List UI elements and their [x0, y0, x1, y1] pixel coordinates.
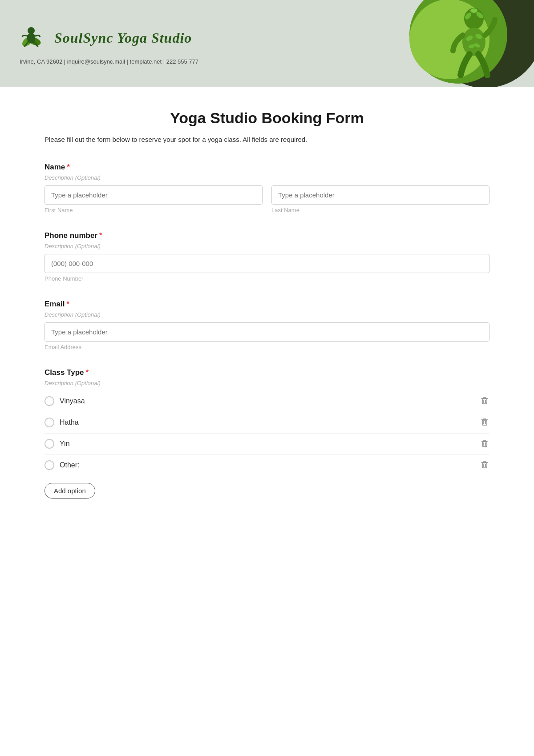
svg-rect-13: [482, 399, 487, 404]
first-name-input[interactable]: [44, 185, 263, 205]
radio-option-vinyasa: Vinyasa: [44, 391, 490, 412]
class-type-field-group: Class Type * Description (Optional) Viny…: [44, 368, 490, 499]
name-row: First Name Last Name: [44, 185, 490, 213]
radio-left-yin: Yin: [44, 439, 70, 449]
phone-description: Description (Optional): [44, 243, 490, 249]
radio-left-hatha: Hatha: [44, 418, 79, 427]
add-option-label: Add option: [54, 487, 86, 495]
email-sublabel: Email Address: [44, 344, 490, 350]
last-name-input[interactable]: [271, 185, 490, 205]
header-decoration: [374, 8, 516, 79]
class-type-description: Description (Optional): [44, 380, 490, 386]
form-subtitle: Please fill out the form below to reserv…: [44, 135, 490, 145]
yoga-figure: [445, 6, 503, 84]
email-input[interactable]: [44, 322, 490, 342]
main-content: Yoga Studio Booking Form Please fill out…: [0, 87, 534, 543]
radio-circle-hatha[interactable]: [44, 418, 54, 427]
radio-option-other: Other:: [44, 455, 490, 476]
trash-icon-vinyasa[interactable]: [480, 395, 490, 407]
svg-point-5: [462, 28, 485, 56]
radio-circle-vinyasa[interactable]: [44, 396, 54, 406]
radio-option-yin: Yin: [44, 434, 490, 455]
name-field-group: Name * Description (Optional) First Name…: [44, 163, 490, 213]
radio-left-vinyasa: Vinyasa: [44, 396, 85, 406]
email-field-group: Email * Description (Optional) Email Add…: [44, 300, 490, 350]
radio-left-other: Other:: [44, 460, 79, 470]
first-name-col: First Name: [44, 185, 263, 213]
svg-rect-19: [482, 442, 487, 446]
phone-field-group: Phone number * Description (Optional) Ph…: [44, 231, 490, 282]
contact-info: Irvine, CA 92602 | inquire@soulsync.mail…: [18, 58, 198, 65]
svg-rect-16: [482, 420, 487, 425]
radio-options-list: Vinyasa Hatha Yin Other:: [44, 391, 490, 476]
logo-text: SoulSync Yoga Studio: [54, 30, 192, 46]
form-title: Yoga Studio Booking Form: [44, 109, 490, 127]
trash-icon-yin[interactable]: [480, 438, 490, 450]
radio-circle-other[interactable]: [44, 460, 54, 470]
name-required-star: *: [67, 163, 70, 172]
email-description: Description (Optional): [44, 311, 490, 318]
svg-point-2: [28, 27, 35, 34]
radio-label-other: Other:: [60, 461, 79, 469]
svg-rect-22: [482, 463, 487, 468]
radio-label-yin: Yin: [60, 440, 70, 448]
svg-point-12: [470, 8, 477, 13]
class-type-label: Class Type *: [44, 368, 490, 377]
trash-icon-other[interactable]: [480, 459, 490, 471]
first-name-sublabel: First Name: [44, 207, 263, 213]
phone-required-star: *: [99, 231, 102, 240]
phone-sublabel: Phone Number: [44, 275, 490, 282]
logo-icon: [18, 23, 49, 54]
phone-input[interactable]: [44, 254, 490, 273]
radio-label-vinyasa: Vinyasa: [60, 397, 85, 405]
last-name-sublabel: Last Name: [271, 207, 490, 213]
logo-section: SoulSync Yoga Studio Irvine, CA 92602 | …: [18, 23, 198, 65]
trash-icon-hatha[interactable]: [480, 417, 490, 429]
logo-area: SoulSync Yoga Studio: [18, 23, 198, 54]
last-name-col: Last Name: [271, 185, 490, 213]
name-description: Description (Optional): [44, 174, 490, 181]
class-type-required-star: *: [86, 368, 89, 377]
radio-circle-yin[interactable]: [44, 439, 54, 449]
email-required-star: *: [66, 300, 69, 309]
add-option-button[interactable]: Add option: [44, 483, 95, 499]
radio-label-hatha: Hatha: [60, 418, 79, 426]
email-label: Email *: [44, 300, 490, 309]
name-label: Name *: [44, 163, 490, 172]
page-header: SoulSync Yoga Studio Irvine, CA 92602 | …: [0, 0, 534, 87]
phone-label: Phone number *: [44, 231, 490, 240]
radio-option-hatha: Hatha: [44, 412, 490, 434]
